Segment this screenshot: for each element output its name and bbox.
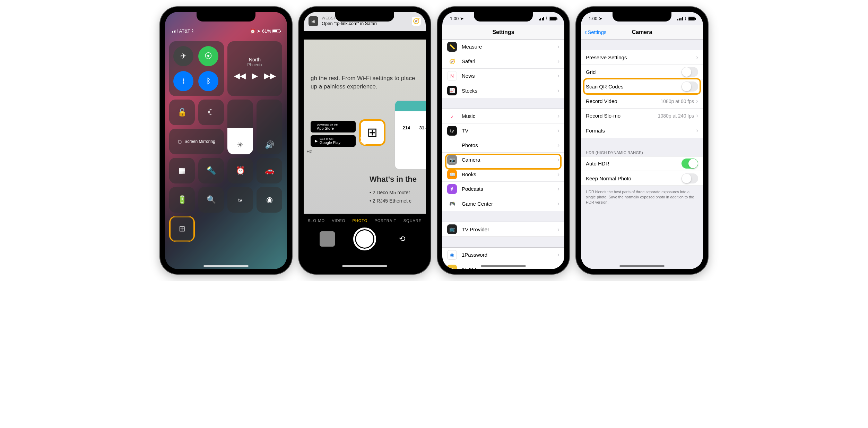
- chevron-right-icon: ›: [557, 251, 559, 258]
- phone-camera-settings: 1:00 ➤ ⌇ ‹Settings Camera Preserve Setti…: [576, 7, 708, 274]
- signal-icon: [172, 29, 178, 33]
- mode-portrait[interactable]: PORTRAIT: [374, 219, 396, 223]
- banner-subtitle: Open "tp-link.com" in Safari: [322, 21, 412, 26]
- airplay-icon: ▢: [178, 139, 182, 144]
- phone-camera-qr: ⊞ WEBSITE QR CODE Open "tp-link.com" in …: [299, 7, 431, 274]
- scan-qr-toggle[interactable]: [682, 82, 698, 92]
- chevron-right-icon: ›: [557, 226, 559, 233]
- battery-icon: [272, 29, 280, 33]
- back-button[interactable]: ‹Settings: [584, 28, 607, 37]
- notch: [474, 12, 533, 22]
- cellular-icon[interactable]: ⦿: [198, 46, 218, 66]
- settings-row-photos[interactable]: 🏵Photos›: [442, 138, 564, 153]
- battery-icon: [549, 17, 557, 20]
- keep-normal-toggle[interactable]: [682, 173, 698, 183]
- settings-row-stocks[interactable]: 📈Stocks›: [442, 83, 564, 98]
- location-icon: ➤: [599, 16, 602, 21]
- timer-icon[interactable]: ⏰: [227, 158, 253, 183]
- row-keep-normal[interactable]: Keep Normal Photo: [581, 171, 703, 186]
- location-icon: ➤: [257, 28, 261, 34]
- mode-slomo[interactable]: SLO-MO: [308, 219, 325, 223]
- last-photo-thumbnail[interactable]: [320, 231, 335, 247]
- settings-row-game-center[interactable]: 🎮Game Center›: [442, 196, 564, 211]
- car-icon[interactable]: 🚗: [257, 158, 282, 183]
- screen-record-icon[interactable]: ◉: [257, 187, 282, 213]
- home-indicator[interactable]: [481, 265, 526, 267]
- home-indicator[interactable]: [342, 265, 387, 267]
- qr-scanner-highlight: ⊞: [169, 216, 195, 242]
- zoom-indicator[interactable]: 1×: [360, 135, 370, 145]
- row-formats[interactable]: Formats›: [581, 123, 703, 138]
- chevron-right-icon: ›: [557, 127, 559, 134]
- camera-modes[interactable]: SLO-MO VIDEO PHOTO PORTRAIT SQUARE: [304, 214, 426, 228]
- row-auto-hdr[interactable]: Auto HDR: [581, 156, 703, 171]
- settings-row-books[interactable]: 📖Books›: [442, 167, 564, 182]
- mode-photo[interactable]: PHOTO: [352, 219, 367, 223]
- settings-row-camera[interactable]: 📷Camera›: [442, 153, 564, 167]
- settings-row-tv[interactable]: tvTV›: [442, 123, 564, 138]
- settings-row-measure[interactable]: 📏Measure›: [442, 40, 564, 54]
- location-icon: ➤: [460, 16, 464, 21]
- low-power-icon[interactable]: 🔋: [169, 187, 195, 213]
- row-scan-qr[interactable]: Scan QR Codes: [581, 79, 703, 94]
- page-title: Camera: [632, 29, 652, 35]
- phone-control-center: AT&T ⌇ ⏰ ➤ 61% ✈ ⦿ ⌇ ᛒ North Phoen: [160, 7, 292, 274]
- brightness-slider[interactable]: ☀: [227, 100, 253, 154]
- google-play-badge: ▶GET IT ONGoogle Play: [311, 135, 356, 147]
- airplane-icon[interactable]: ✈: [173, 46, 193, 66]
- battery-icon: [688, 17, 695, 20]
- settings-row-1password[interactable]: ◉1Password›: [442, 248, 564, 262]
- settings-row-safari[interactable]: 🧭Safari›: [442, 54, 564, 69]
- do-not-disturb-icon[interactable]: ☾: [198, 100, 224, 125]
- track-title: North: [249, 57, 261, 62]
- hdr-section-header: HDR (HIGH DYNAMIC RANGE): [581, 148, 703, 156]
- orientation-lock-icon[interactable]: 🔓: [169, 100, 195, 125]
- wifi-icon: ⌇: [192, 28, 194, 34]
- shutter-button[interactable]: [353, 228, 376, 250]
- home-indicator[interactable]: [619, 265, 665, 267]
- calculator-icon[interactable]: ▦: [169, 158, 195, 183]
- home-indicator[interactable]: [203, 265, 249, 267]
- wifi-toggle-icon[interactable]: ⌇: [173, 71, 193, 91]
- phone-settings-list: 1:00 ➤ ⌇ Settings 📏Measure› 🧭Safari› NNe…: [437, 7, 569, 274]
- connectivity-tile[interactable]: ✈ ⦿ ⌇ ᛒ: [169, 41, 224, 96]
- grid-toggle[interactable]: [682, 67, 698, 77]
- row-grid[interactable]: Grid: [581, 65, 703, 79]
- play-icon[interactable]: ▶: [252, 71, 258, 80]
- flip-camera-icon[interactable]: ⟲: [394, 231, 410, 247]
- settings-row-tv-provider[interactable]: 📺TV Provider›: [442, 222, 564, 237]
- now-playing-tile[interactable]: North Phoenix ◀◀ ▶ ▶▶: [227, 41, 282, 96]
- row-preserve-settings[interactable]: Preserve Settings›: [581, 50, 703, 65]
- chevron-right-icon: ›: [557, 87, 559, 94]
- status-bar: AT&T ⌇ ⏰ ➤ 61%: [165, 24, 287, 38]
- chevron-right-icon: ›: [557, 200, 559, 207]
- nav-bar: Settings: [442, 25, 564, 40]
- apple-tv-icon[interactable]: tv: [227, 187, 253, 213]
- nav-bar: ‹Settings Camera: [581, 25, 703, 40]
- auto-hdr-toggle[interactable]: [682, 159, 698, 169]
- settings-row-music[interactable]: ♪Music›: [442, 109, 564, 123]
- wifi-icon: ⌇: [546, 16, 548, 21]
- track-artist: Phoenix: [247, 62, 262, 67]
- signal-icon: [677, 17, 683, 20]
- settings-row-news[interactable]: NNews›: [442, 69, 564, 83]
- qr-icon: ⊞: [309, 16, 318, 26]
- volume-icon: 🔊: [265, 140, 274, 149]
- magnifier-icon[interactable]: 🔍: [198, 187, 224, 213]
- chevron-right-icon: ›: [557, 58, 559, 65]
- screen-mirroring-tile[interactable]: ▢ Screen Mirroring: [169, 129, 224, 154]
- next-icon[interactable]: ▶▶: [264, 71, 276, 80]
- row-record-video[interactable]: Record Video1080p at 60 fps›: [581, 94, 703, 109]
- bluetooth-icon[interactable]: ᛒ: [198, 71, 218, 91]
- chevron-right-icon: ›: [696, 54, 698, 61]
- volume-slider[interactable]: 🔊: [257, 100, 282, 154]
- chevron-right-icon: ›: [557, 43, 559, 50]
- settings-row-podcasts[interactable]: 🎙Podcasts›: [442, 182, 564, 196]
- mode-square[interactable]: SQUARE: [403, 219, 422, 223]
- flashlight-icon[interactable]: 🔦: [198, 158, 224, 183]
- prev-icon[interactable]: ◀◀: [234, 71, 246, 80]
- mode-video[interactable]: VIDEO: [332, 219, 345, 223]
- qr-scanner-icon[interactable]: ⊞: [171, 216, 193, 242]
- row-record-slomo[interactable]: Record Slo-mo1080p at 240 fps›: [581, 109, 703, 123]
- alarm-icon: ⏰: [250, 28, 255, 34]
